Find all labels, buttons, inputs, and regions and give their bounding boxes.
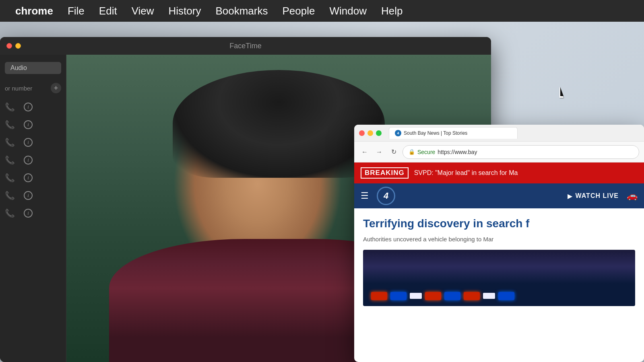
menu-file[interactable]: File [60, 5, 92, 17]
contact-input-placeholder[interactable]: or number [5, 85, 47, 92]
menu-view[interactable]: View [124, 5, 161, 17]
tab-title: South Bay News | Top Stories [404, 130, 467, 136]
contact-row: 📞 i [0, 134, 66, 151]
police-light-red [371, 292, 387, 300]
police-light-blue-3 [498, 292, 514, 300]
police-light-white-2 [483, 293, 495, 299]
news-navigation: ☰ 4 ▶ WATCH LIVE 🚗 [354, 183, 644, 208]
menu-help[interactable]: Help [374, 5, 410, 17]
news-image [363, 250, 635, 306]
menu-edit[interactable]: Edit [92, 5, 124, 17]
sidebar-search-area: Audio [0, 59, 66, 77]
breaking-label: BREAKING [361, 167, 409, 179]
browser-addressbar: ← → ↻ 🔒 Secure https://www.bay [354, 142, 644, 162]
traffic-button[interactable]: 🚗 [627, 191, 638, 201]
police-light-white [410, 293, 422, 299]
browser-window: 4 South Bay News | Top Stories ← → ↻ 🔒 S… [354, 125, 644, 362]
menu-chrome[interactable]: chrome [8, 5, 60, 17]
contact-row: 📞 i [0, 98, 66, 116]
browser-forward-button[interactable]: → [374, 146, 385, 158]
phone-icon[interactable]: 📞 [5, 191, 15, 200]
menu-window[interactable]: Window [322, 5, 374, 17]
contact-row-icons: 📞 i [5, 155, 33, 165]
browser-traffic-lights [359, 130, 382, 136]
police-lights [363, 286, 635, 306]
phone-icon[interactable]: 📞 [5, 138, 15, 147]
window-close-button[interactable] [6, 43, 12, 49]
watch-live-label: WATCH LIVE [576, 192, 619, 200]
phone-icon[interactable]: 📞 [5, 102, 15, 112]
url-text: https://www.bay [438, 149, 477, 155]
facetime-titlebar: FaceTime [0, 37, 491, 55]
contact-row-icons: 📞 i [5, 173, 33, 183]
contact-row: 📞 i [0, 169, 66, 187]
person-hair [173, 70, 385, 177]
add-contact-button[interactable]: + [51, 83, 61, 93]
phone-icon[interactable]: 📞 [5, 173, 15, 183]
contact-row: 📞 i [0, 151, 66, 169]
phone-icon[interactable]: 📞 [5, 155, 15, 165]
contact-row-icons: 📞 i [5, 120, 33, 130]
car-icon: 🚗 [627, 191, 638, 201]
tab-favicon: 4 [395, 130, 401, 136]
news-logo: 4 [377, 187, 395, 205]
contact-row: 📞 i [0, 204, 66, 222]
police-light-blue-2 [444, 292, 460, 300]
police-light-red-2 [425, 292, 441, 300]
window-traffic-lights [6, 43, 21, 49]
browser-close-button[interactable] [359, 130, 365, 136]
news-content: Terrifying discovery in search f Authori… [354, 208, 644, 313]
facetime-sidebar: Audio or number + 📞 i 📞 i 📞 i [0, 55, 66, 362]
breaking-news-banner: BREAKING SVPD: "Major lead" in search fo… [354, 162, 644, 183]
browser-tab[interactable]: 4 South Bay News | Top Stories [389, 127, 518, 139]
contact-row-icons: 📞 i [5, 191, 33, 200]
menu-bookmarks[interactable]: Bookmarks [208, 5, 275, 17]
phone-icon[interactable]: 📞 [5, 120, 15, 130]
menu-people[interactable]: People [275, 5, 322, 17]
info-icon[interactable]: i [24, 173, 33, 182]
phone-icon[interactable]: 📞 [5, 208, 15, 218]
info-icon[interactable]: i [24, 138, 33, 147]
play-icon: ▶ [568, 192, 572, 200]
window-minimize-button[interactable] [15, 43, 21, 49]
browser-titlebar: 4 South Bay News | Top Stories [354, 125, 644, 142]
audio-button[interactable]: Audio [5, 62, 61, 74]
breaking-news-text: SVPD: "Major lead" in search for Ma [414, 169, 518, 177]
browser-back-button[interactable]: ← [359, 146, 370, 158]
facetime-title: FaceTime [229, 42, 261, 50]
menu-history[interactable]: History [161, 5, 208, 17]
browser-refresh-button[interactable]: ↻ [388, 146, 399, 158]
news-subtext: Authorities uncovered a vehicle belongin… [363, 235, 635, 244]
info-icon[interactable]: i [24, 191, 33, 200]
info-icon[interactable]: i [24, 103, 33, 111]
info-icon[interactable]: i [24, 209, 33, 218]
browser-maximize-button[interactable] [376, 130, 382, 136]
watch-live-button[interactable]: ▶ WATCH LIVE [568, 192, 619, 200]
contact-row: 📞 i [0, 187, 66, 204]
police-light-blue [390, 292, 407, 300]
info-icon[interactable]: i [24, 156, 33, 165]
contact-row-icons: 📞 i [5, 102, 33, 112]
info-icon[interactable]: i [24, 120, 33, 129]
secure-lock-icon: 🔒 [409, 149, 415, 155]
contact-row: 📞 i [0, 116, 66, 134]
secure-label: Secure [417, 149, 435, 155]
police-light-red-3 [464, 292, 480, 300]
news-headline: Terrifying discovery in search f [363, 216, 635, 231]
hamburger-menu-icon[interactable]: ☰ [361, 191, 369, 201]
menu-bar: chrome File Edit View History Bookmarks … [0, 0, 644, 22]
contact-row-icons: 📞 i [5, 208, 33, 218]
browser-minimize-button[interactable] [367, 130, 373, 136]
contact-row-icons: 📞 i [5, 138, 33, 147]
address-bar[interactable]: 🔒 Secure https://www.bay [402, 145, 639, 159]
sidebar-new-contact: or number + [0, 80, 66, 96]
